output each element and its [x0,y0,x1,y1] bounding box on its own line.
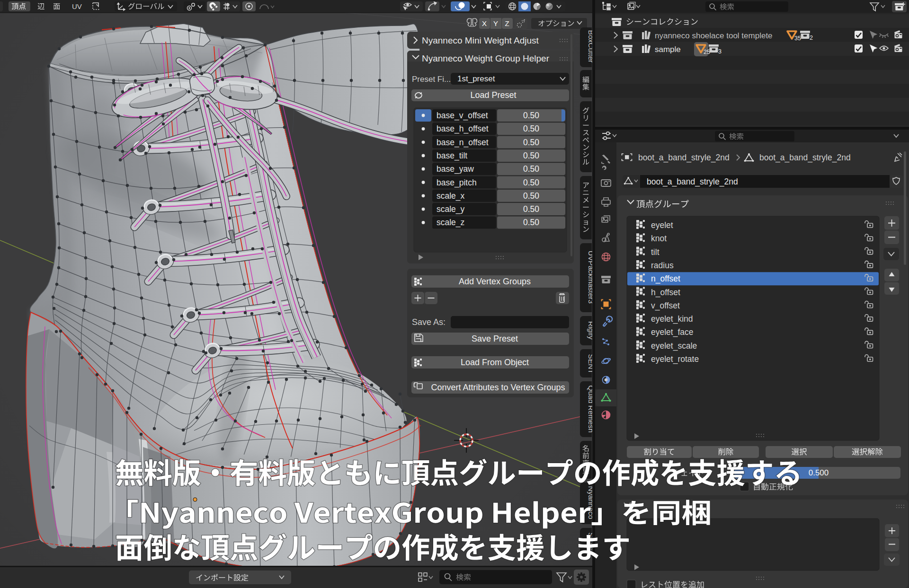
svg-text:base_v_offset: base_v_offset [437,111,488,121]
svg-text:0.50: 0.50 [523,178,539,187]
svg-text:boot_a_band_stryle_2nd: boot_a_band_stryle_2nd [647,177,738,187]
svg-text:eyelet_kind: eyelet_kind [651,314,693,324]
svg-text:Convert Attributes to Vertex G: Convert Attributes to Vertex Groups [431,383,565,392]
svg-text:sample: sample [655,45,681,54]
svg-text:nyanneco shoelace tool templet: nyanneco shoelace tool templete [655,31,773,40]
svg-text:Load From Object: Load From Object [461,358,529,367]
svg-text:scale_z: scale_z [437,218,464,228]
svg-text:radius: radius [651,261,674,270]
svg-text:0.500: 0.500 [809,468,829,477]
svg-text:base_h_offset: base_h_offset [437,124,489,134]
svg-text:Y: Y [493,19,498,27]
svg-text:boot_a_band_stryle_2nd: boot_a_band_stryle_2nd [638,153,730,163]
svg-text:0.50: 0.50 [523,164,539,174]
svg-text:1st_preset: 1st_preset [457,74,495,83]
svg-text:35: 35 [794,35,801,42]
svg-text:eyelet_face: eyelet_face [651,327,694,337]
svg-text:UV: UV [72,2,82,10]
svg-text:Save As:: Save As: [412,317,446,327]
svg-text:v_offset: v_offset [651,301,680,311]
svg-text:2: 2 [810,35,813,41]
svg-text:Z: Z [505,19,509,27]
svg-text:tilt: tilt [651,247,659,257]
svg-text:0.50: 0.50 [523,191,539,201]
svg-text:0.50: 0.50 [523,138,539,147]
svg-text:0.50: 0.50 [523,111,539,120]
svg-text:25: 25 [704,49,710,55]
svg-text:base_pitch: base_pitch [437,178,477,188]
svg-text:X: X [482,19,487,27]
svg-text:base_tilt: base_tilt [437,151,467,161]
svg-text:scale_y: scale_y [437,204,465,214]
svg-text:Nyanneco Mini Weight Adjust: Nyanneco Mini Weight Adjust [422,35,539,45]
svg-text:scale_x: scale_x [437,191,465,201]
svg-text:Save Preset: Save Preset [472,334,518,343]
svg-text:base_n_offset: base_n_offset [437,138,489,148]
svg-text:Add Vertex Groups: Add Vertex Groups [459,277,531,286]
svg-text:knot: knot [651,234,667,243]
svg-text:boot_a_band_stryle_2nd: boot_a_band_stryle_2nd [759,153,851,163]
svg-text:Preset Fi...: Preset Fi... [412,75,451,84]
svg-text:Nyanneco Weight Group Helper: Nyanneco Weight Group Helper [422,53,550,63]
svg-text:eyelet: eyelet [651,220,673,230]
svg-text:Load Preset: Load Preset [470,90,516,100]
svg-text:0.50: 0.50 [523,218,539,227]
svg-text:eyelet_rotate: eyelet_rotate [651,354,699,364]
svg-text:h_offset: h_offset [651,288,680,298]
svg-text:0.50: 0.50 [523,151,539,160]
svg-text:n_offset: n_offset [651,274,680,284]
svg-text:eyelet_scale: eyelet_scale [651,341,697,351]
svg-text:0.50: 0.50 [523,204,539,214]
svg-text:base_yaw: base_yaw [437,164,474,174]
svg-text:3: 3 [718,48,722,55]
svg-text:0.50: 0.50 [523,124,539,133]
